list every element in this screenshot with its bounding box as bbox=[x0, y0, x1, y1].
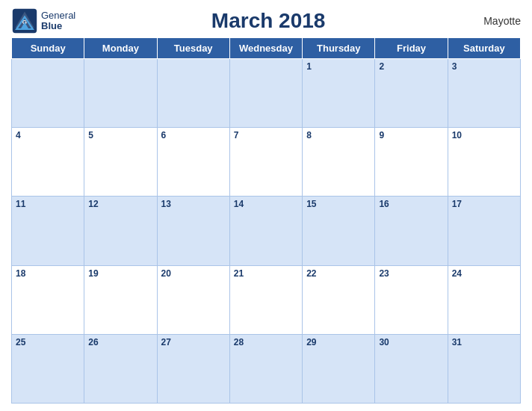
calendar-cell: 10 bbox=[448, 128, 520, 197]
day-num: 14 bbox=[234, 199, 244, 209]
day-num: 7 bbox=[234, 130, 239, 140]
calendar-cell: 23 bbox=[375, 265, 448, 334]
calendar-cell: 5 bbox=[84, 128, 157, 197]
calendar-cell: 30 bbox=[375, 334, 448, 403]
calendar-cell: 1 bbox=[303, 59, 375, 128]
day-num: 25 bbox=[16, 337, 25, 347]
calendar-cell: 16 bbox=[375, 197, 448, 265]
day-num: 29 bbox=[306, 337, 316, 347]
calendar-cell: 6 bbox=[157, 128, 229, 197]
week-row-2: 45678910 bbox=[12, 128, 521, 197]
calendar-cell: 24 bbox=[448, 265, 520, 334]
week-row-3: 11121314151617 bbox=[12, 197, 521, 265]
day-num: 10 bbox=[452, 130, 462, 140]
day-num: 28 bbox=[234, 337, 244, 347]
col-sunday: Sunday bbox=[12, 38, 84, 59]
calendar-cell: 31 bbox=[448, 334, 520, 403]
day-num: 15 bbox=[306, 199, 316, 209]
day-num: 8 bbox=[306, 130, 312, 140]
day-num: 20 bbox=[161, 268, 171, 279]
calendar-cell: 3 bbox=[448, 59, 520, 128]
day-num: 24 bbox=[452, 268, 462, 279]
calendar-cell: 17 bbox=[448, 197, 520, 265]
col-saturday: Saturday bbox=[448, 38, 520, 59]
day-num: 1 bbox=[306, 61, 312, 72]
calendar-cell: 8 bbox=[303, 128, 375, 197]
calendar-cell: 19 bbox=[84, 265, 157, 334]
day-num: 16 bbox=[379, 199, 389, 209]
col-friday: Friday bbox=[375, 38, 448, 59]
calendar-cell: 27 bbox=[157, 334, 229, 403]
day-num: 3 bbox=[452, 61, 457, 72]
col-thursday: Thursday bbox=[303, 38, 375, 59]
calendar-cell: 13 bbox=[157, 197, 229, 265]
page-header: G General Blue March 2018 Mayotte bbox=[11, 7, 521, 34]
calendar-cell: 28 bbox=[229, 334, 302, 403]
calendar-body: 1234567891011121314151617181920212223242… bbox=[12, 59, 521, 404]
day-num: 17 bbox=[452, 199, 462, 209]
week-row-5: 25262728293031 bbox=[12, 334, 521, 403]
region-label: Mayotte bbox=[461, 15, 521, 27]
calendar-table: Sunday Monday Tuesday Wednesday Thursday… bbox=[11, 37, 521, 404]
day-num: 2 bbox=[379, 61, 384, 72]
day-num: 26 bbox=[88, 337, 98, 347]
calendar-cell: 7 bbox=[229, 128, 302, 197]
calendar-cell: 14 bbox=[229, 197, 302, 265]
day-num: 5 bbox=[88, 130, 93, 140]
calendar-cell bbox=[229, 59, 302, 128]
day-num: 6 bbox=[161, 130, 167, 140]
logo-text: General Blue bbox=[41, 10, 75, 32]
day-num: 4 bbox=[16, 130, 21, 140]
calendar-cell: 9 bbox=[375, 128, 448, 197]
calendar-cell: 22 bbox=[303, 265, 375, 334]
day-num: 22 bbox=[306, 268, 316, 279]
logo: G General Blue bbox=[11, 7, 75, 34]
day-num: 27 bbox=[161, 337, 171, 347]
col-monday: Monday bbox=[84, 38, 157, 59]
day-num: 23 bbox=[379, 268, 389, 279]
calendar-cell: 29 bbox=[303, 334, 375, 403]
day-num: 19 bbox=[88, 268, 98, 279]
calendar-cell: 26 bbox=[84, 334, 157, 403]
day-headers-row: Sunday Monday Tuesday Wednesday Thursday… bbox=[12, 38, 521, 59]
calendar-cell bbox=[12, 59, 84, 128]
calendar-cell: 11 bbox=[12, 197, 84, 265]
day-num: 21 bbox=[234, 268, 244, 279]
calendar-cell: 15 bbox=[303, 197, 375, 265]
calendar-title: March 2018 bbox=[75, 9, 461, 33]
calendar-cell: 12 bbox=[84, 197, 157, 265]
day-num: 18 bbox=[16, 268, 25, 279]
calendar-cell bbox=[84, 59, 157, 128]
week-row-4: 18192021222324 bbox=[12, 265, 521, 334]
calendar-cell: 21 bbox=[229, 265, 302, 334]
day-num: 30 bbox=[379, 337, 389, 347]
day-num: 13 bbox=[161, 199, 171, 209]
day-num: 9 bbox=[379, 130, 384, 140]
calendar-cell bbox=[157, 59, 229, 128]
col-tuesday: Tuesday bbox=[157, 38, 229, 59]
col-wednesday: Wednesday bbox=[229, 38, 302, 59]
week-row-1: 123 bbox=[12, 59, 521, 128]
day-num: 31 bbox=[452, 337, 462, 347]
calendar-cell: 4 bbox=[12, 128, 84, 197]
calendar-cell: 18 bbox=[12, 265, 84, 334]
calendar-cell: 20 bbox=[157, 265, 229, 334]
logo-icon: G bbox=[11, 7, 38, 34]
day-num: 12 bbox=[88, 199, 98, 209]
calendar-cell: 2 bbox=[375, 59, 448, 128]
calendar-cell: 25 bbox=[12, 334, 84, 403]
day-num: 11 bbox=[16, 199, 25, 209]
